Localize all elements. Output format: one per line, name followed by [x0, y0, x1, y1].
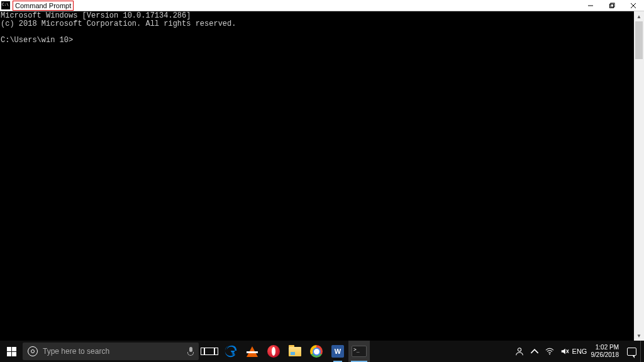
title-left: Command Prompt	[0, 0, 74, 11]
task-view-icon	[204, 348, 214, 355]
people-icon	[515, 347, 524, 356]
taskbar-app-edge[interactable]	[220, 341, 242, 362]
scrollbar-thumb[interactable]	[635, 21, 643, 59]
language-indicator[interactable]: ENG	[572, 341, 587, 362]
svg-rect-2	[611, 3, 614, 7]
clock-time: 1:02 PM	[596, 344, 619, 351]
chrome-icon	[310, 345, 323, 358]
maximize-icon	[609, 3, 615, 9]
svg-point-5	[518, 348, 521, 351]
taskbar-app-word[interactable]: W	[327, 341, 348, 362]
scrollbar-track[interactable]	[634, 21, 644, 331]
windows-logo-icon	[7, 347, 16, 356]
close-icon	[630, 3, 636, 9]
close-button[interactable]	[623, 0, 644, 11]
wifi-icon	[545, 347, 554, 356]
word-icon: W	[331, 345, 344, 358]
vlc-icon	[247, 346, 258, 357]
console-prompt: C:\Users\win 10>	[1, 36, 73, 45]
console[interactable]: Microsoft Windows [Version 10.0.17134.28…	[0, 11, 634, 341]
console-area: Microsoft Windows [Version 10.0.17134.28…	[0, 11, 644, 341]
search-box[interactable]: Type here to search	[23, 343, 199, 360]
tray-volume-button[interactable]	[557, 341, 572, 362]
file-explorer-icon	[289, 347, 301, 356]
people-button[interactable]	[512, 341, 527, 362]
task-view-button[interactable]	[199, 341, 220, 362]
cmd-app-icon	[1, 1, 10, 9]
opera-icon	[267, 345, 280, 358]
titlebar: Command Prompt	[0, 0, 644, 11]
taskbar-app-cmd[interactable]	[348, 341, 370, 362]
console-line-1: Microsoft Windows [Version 10.0.17134.28…	[1, 11, 191, 20]
scroll-up-button[interactable]: ▲	[634, 11, 644, 21]
cmd-icon	[352, 346, 367, 357]
window-controls	[580, 0, 644, 11]
volume-mute-icon	[560, 347, 569, 356]
scroll-down-button[interactable]: ▼	[634, 331, 644, 341]
action-center-button[interactable]	[623, 341, 640, 362]
taskbar: Type here to search W	[0, 341, 644, 362]
svg-point-6	[549, 354, 550, 355]
scrollbar[interactable]: ▲ ▼	[634, 11, 644, 341]
console-line-2: (c) 2018 Microsoft Corporation. All righ…	[1, 19, 236, 28]
chevron-up-icon	[530, 347, 539, 356]
clock[interactable]: 1:02 PM 9/26/2018	[587, 344, 623, 359]
tray-overflow-button[interactable]	[527, 341, 542, 362]
taskbar-app-chrome[interactable]	[306, 341, 327, 362]
taskbar-left: Type here to search W	[0, 341, 370, 362]
tray-network-button[interactable]	[542, 341, 557, 362]
svg-rect-1	[610, 4, 614, 8]
search-placeholder: Type here to search	[43, 347, 182, 356]
taskbar-app-opera[interactable]	[263, 341, 284, 362]
minimize-icon	[587, 3, 594, 9]
cortana-icon	[28, 346, 38, 356]
window-title: Command Prompt	[13, 1, 74, 11]
microphone-icon[interactable]	[187, 347, 194, 356]
taskbar-app-explorer[interactable]	[284, 341, 306, 362]
show-desktop-button[interactable]	[640, 341, 644, 362]
edge-icon	[224, 344, 238, 358]
maximize-button[interactable]	[601, 0, 623, 11]
minimize-button[interactable]	[580, 0, 601, 11]
start-button[interactable]	[0, 341, 23, 362]
taskbar-app-vlc[interactable]	[242, 341, 263, 362]
clock-date: 9/26/2018	[591, 351, 619, 359]
taskbar-right: ENG 1:02 PM 9/26/2018	[512, 341, 645, 362]
action-center-icon	[627, 348, 636, 356]
